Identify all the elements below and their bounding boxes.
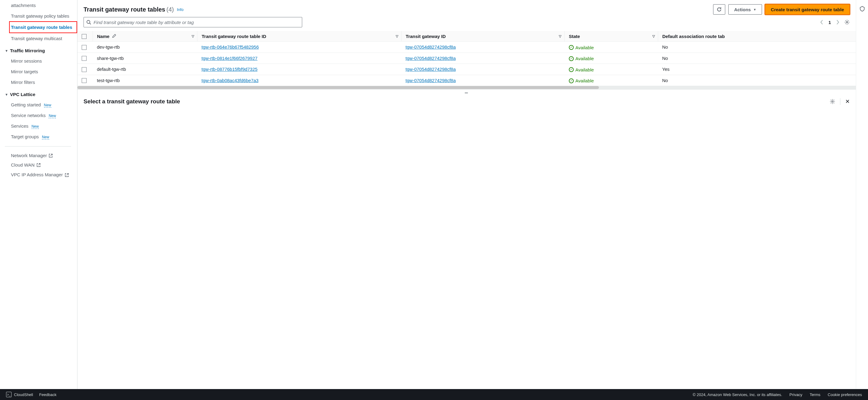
feedback-link[interactable]: Feedback (39, 392, 57, 397)
rtb-id-link[interactable]: tgw-rtb-0814e1f66f2679927 (202, 56, 257, 61)
sidebar-item-tgw-policy-tables[interactable]: Transit gateway policy tables (5, 11, 77, 21)
col-name[interactable]: Name ▽ (93, 31, 197, 41)
col-state[interactable]: State ▽ (565, 31, 658, 41)
search-input[interactable] (94, 20, 300, 25)
next-page-icon[interactable] (836, 20, 839, 25)
rtb-id-link[interactable]: tgw-rtb-064e76b67f5482956 (202, 45, 259, 50)
col-label: Transit gateway route table ID (202, 34, 266, 39)
create-route-table-button[interactable]: Create transit gateway route table (765, 4, 850, 15)
cloudshell-button[interactable]: >_ CloudShell (6, 392, 33, 397)
sidebar-item-target-groups[interactable]: Target groups New (5, 131, 77, 142)
sidebar-section-traffic-mirroring[interactable]: ▼ Traffic Mirroring (5, 44, 77, 56)
sidebar-section-vpc-lattice[interactable]: ▼ VPC Lattice (5, 88, 77, 99)
sidebar-item-getting-started[interactable]: Getting started New (5, 99, 77, 110)
new-badge: New (42, 135, 49, 140)
caret-down-icon: ▼ (753, 8, 756, 11)
page-number: 1 (829, 20, 831, 25)
gear-icon[interactable] (844, 20, 850, 25)
table-row[interactable]: test-tgw-rtbtgw-rtb-0ab08ac43fd6be7a3tgw… (78, 75, 856, 86)
help-icon[interactable] (860, 6, 865, 11)
sidebar-item-service-networks[interactable]: Service networks New (5, 110, 77, 121)
sort-icon: ▽ (192, 34, 194, 38)
check-circle-icon: ✓ (569, 67, 574, 72)
rtb-id-link[interactable]: tgw-rtb-08776b15fbf9d7325 (202, 66, 257, 72)
cell-name: default-tgw-rtb (93, 64, 197, 75)
checkbox-icon[interactable] (82, 45, 87, 50)
row-checkbox-cell[interactable] (78, 41, 93, 53)
horizontal-scrollbar[interactable] (78, 86, 856, 89)
cell-state: ✓Available (565, 53, 658, 64)
sidebar-link-cloud-wan[interactable]: Cloud WAN (5, 160, 77, 170)
sidebar-item-label: Target groups (11, 134, 39, 139)
external-link-icon (36, 163, 41, 167)
drag-handle[interactable]: ═ (78, 89, 856, 95)
col-label: Transit gateway ID (406, 34, 446, 39)
info-link[interactable]: Info (177, 7, 183, 12)
sidebar-item-mirror-filters[interactable]: Mirror filters (5, 77, 77, 88)
status-badge: ✓Available (569, 45, 594, 50)
tgw-id-link[interactable]: tgw-07054d8274298cf8a (405, 66, 456, 72)
rtb-id-link[interactable]: tgw-rtb-0ab08ac43fd6be7a3 (202, 78, 259, 83)
privacy-link[interactable]: Privacy (789, 392, 802, 397)
table-row[interactable]: dev-tgw-rtbtgw-rtb-064e76b67f5482956tgw-… (78, 41, 856, 53)
footer: >_ CloudShell Feedback © 2024, Amazon We… (0, 389, 868, 400)
sidebar-item-mirror-sessions[interactable]: Mirror sessions (5, 56, 77, 66)
cell-name: share-tgw-rtb (93, 53, 197, 64)
tgw-id-link[interactable]: tgw-07054d8274298cf8a (405, 78, 456, 83)
cell-rtb-id: tgw-rtb-0814e1f66f2679927 (197, 53, 402, 64)
sidebar-item-label: Service networks (11, 113, 45, 118)
sidebar-link-vpc-ipam[interactable]: VPC IP Address Manager (5, 170, 77, 179)
cookies-link[interactable]: Cookie preferences (828, 392, 862, 397)
col-select-all[interactable] (78, 31, 93, 41)
checkbox-icon[interactable] (82, 78, 87, 83)
sidebar-item-services[interactable]: Services New (5, 121, 77, 131)
actions-button[interactable]: Actions ▼ (728, 4, 762, 15)
cloudshell-icon: >_ (6, 392, 11, 397)
search-box[interactable] (84, 17, 302, 27)
tgw-id-link[interactable]: tgw-07054d8274298cf8a (405, 56, 456, 61)
col-rtb-id[interactable]: Transit gateway route table ID ▽ (197, 31, 402, 41)
col-tgw-id[interactable]: Transit gateway ID ▽ (401, 31, 564, 41)
cell-tgw-id: tgw-07054d8274298cf8a (401, 41, 564, 53)
gear-icon[interactable] (830, 99, 835, 104)
terms-link[interactable]: Terms (810, 392, 820, 397)
sidebar-item-tgw-multicast[interactable]: Transit gateway multicast (5, 33, 77, 44)
col-default-assoc[interactable]: Default association route tab (658, 31, 856, 41)
row-checkbox-cell[interactable] (78, 53, 93, 64)
sidebar-item-attachments[interactable]: attachments (5, 0, 77, 11)
external-link-icon (65, 173, 69, 177)
table-row[interactable]: default-tgw-rtbtgw-rtb-08776b15fbf9d7325… (78, 64, 856, 75)
row-checkbox-cell[interactable] (78, 75, 93, 86)
sidebar-divider (5, 146, 71, 146)
sidebar-item-mirror-targets[interactable]: Mirror targets (5, 66, 77, 77)
external-link-icon (49, 153, 53, 158)
sidebar-item-label: Network Manager (11, 153, 47, 158)
copyright: © 2024, Amazon Web Services, Inc. or its… (693, 392, 782, 397)
checkbox-icon[interactable] (82, 34, 87, 39)
checkbox-icon[interactable] (82, 67, 87, 72)
cloudshell-label: CloudShell (14, 392, 33, 397)
sidebar-link-network-manager[interactable]: Network Manager (5, 151, 77, 160)
col-label: State (569, 34, 580, 39)
list-panel: Transit gateway route tables (4) Info Ac… (78, 0, 856, 89)
checkbox-icon[interactable] (82, 56, 87, 61)
table-row[interactable]: share-tgw-rtbtgw-rtb-0814e1f66f2679927tg… (78, 53, 856, 64)
pager: 1 (820, 20, 850, 25)
caret-down-icon: ▼ (5, 49, 8, 53)
status-badge: ✓Available (569, 67, 594, 72)
sidebar-item-tgw-route-tables[interactable]: Transit gateway route tables (9, 21, 77, 33)
tgw-id-link[interactable]: tgw-07054d8274298cf8a (405, 45, 456, 50)
search-icon (86, 20, 91, 25)
svg-point-1 (846, 22, 848, 23)
refresh-button[interactable] (713, 4, 725, 15)
prev-page-icon[interactable] (820, 20, 824, 25)
cell-tgw-id: tgw-07054d8274298cf8a (401, 53, 564, 64)
close-icon[interactable]: ✕ (840, 98, 850, 105)
check-circle-icon: ✓ (569, 56, 574, 61)
pencil-icon (112, 34, 116, 38)
status-badge: ✓Available (569, 78, 594, 83)
details-pane: Select a transit gateway route table ✕ (78, 95, 856, 389)
row-checkbox-cell[interactable] (78, 64, 93, 75)
help-ribbon (856, 0, 868, 389)
scrollbar-thumb[interactable] (78, 86, 599, 89)
